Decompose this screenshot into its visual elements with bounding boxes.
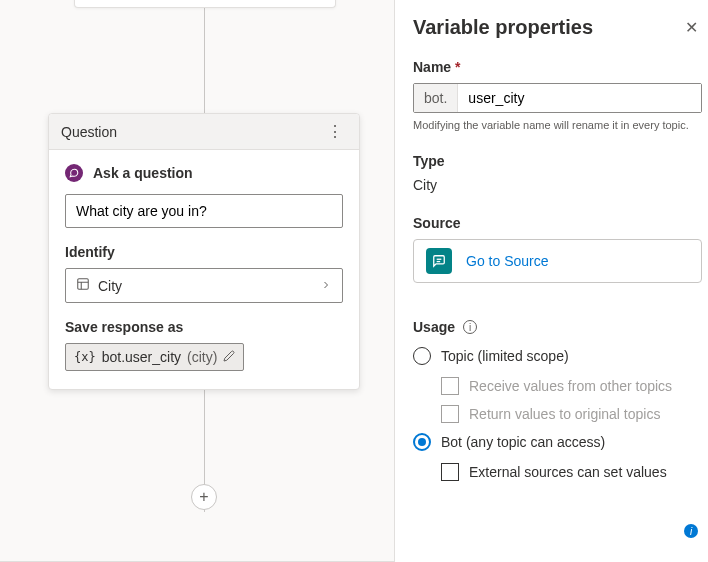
footer-info-icon[interactable]: i <box>684 524 698 538</box>
name-input[interactable] <box>458 84 701 112</box>
source-label: Source <box>413 215 702 231</box>
save-response-label: Save response as <box>65 319 343 335</box>
variable-properties-pane: Variable properties ✕ Name * bot. Modify… <box>394 0 708 562</box>
external-sources-checkbox[interactable]: External sources can set values <box>441 463 702 481</box>
external-sources-label: External sources can set values <box>469 464 667 480</box>
identify-entity-select[interactable]: City <box>65 268 343 303</box>
return-values-label: Return values to original topics <box>469 406 660 422</box>
identify-value: City <box>98 278 122 294</box>
name-prefix: bot. <box>414 84 458 112</box>
receive-values-label: Receive values from other topics <box>469 378 672 394</box>
name-hint: Modifying the variable name will rename … <box>413 119 702 131</box>
type-value: City <box>413 177 702 193</box>
variable-type: (city) <box>187 349 217 365</box>
chevron-right-icon <box>320 278 332 294</box>
return-values-checkbox: Return values to original topics <box>441 405 702 423</box>
entity-icon <box>76 277 90 294</box>
receive-values-checkbox: Receive values from other topics <box>441 377 702 395</box>
variable-chip[interactable]: {x} bot.user_city (city) <box>65 343 244 371</box>
info-icon[interactable]: i <box>463 320 477 334</box>
go-to-source-link: Go to Source <box>466 253 549 269</box>
question-node: Question ⋮ Ask a question Identify City <box>48 113 360 390</box>
identify-label: Identify <box>65 244 343 260</box>
plus-icon: + <box>199 488 208 506</box>
checkbox-icon <box>441 463 459 481</box>
source-icon <box>426 248 452 274</box>
svg-rect-0 <box>78 279 89 290</box>
add-node-button[interactable]: + <box>191 484 217 510</box>
pane-title: Variable properties <box>413 16 593 39</box>
question-prompt-input[interactable] <box>65 194 343 228</box>
previous-node-edge <box>74 0 336 8</box>
usage-topic-radio[interactable]: Topic (limited scope) <box>413 347 702 365</box>
go-to-source-button[interactable]: Go to Source <box>413 239 702 283</box>
variable-icon: {x} <box>74 350 96 364</box>
question-icon <box>65 164 83 182</box>
usage-label: Usage <box>413 319 455 335</box>
canvas: Question ⋮ Ask a question Identify City <box>0 0 394 562</box>
name-label: Name * <box>413 59 702 75</box>
close-icon[interactable]: ✕ <box>681 14 702 41</box>
name-field: bot. <box>413 83 702 113</box>
node-body: Ask a question Identify City Save respon… <box>49 150 359 389</box>
usage-topic-label: Topic (limited scope) <box>441 348 569 364</box>
usage-bot-label: Bot (any topic can access) <box>441 434 605 450</box>
radio-icon <box>413 433 431 451</box>
variable-name: bot.user_city <box>102 349 181 365</box>
checkbox-icon <box>441 377 459 395</box>
usage-bot-radio[interactable]: Bot (any topic can access) <box>413 433 702 451</box>
radio-icon <box>413 347 431 365</box>
edit-icon <box>223 350 235 365</box>
checkbox-icon <box>441 405 459 423</box>
node-title: Ask a question <box>93 165 193 181</box>
node-header-title: Question <box>61 124 117 140</box>
type-label: Type <box>413 153 702 169</box>
node-menu-icon[interactable]: ⋮ <box>323 122 347 141</box>
node-header: Question ⋮ <box>49 114 359 150</box>
